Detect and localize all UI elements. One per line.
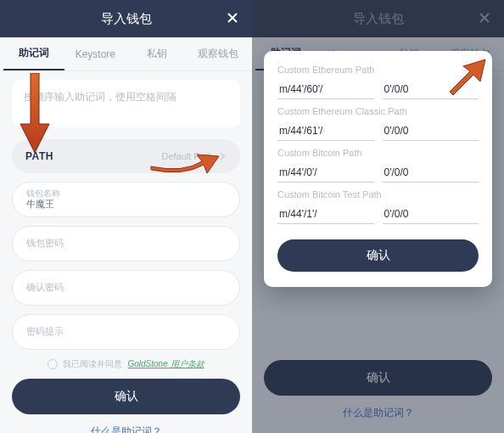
path-suffix-input[interactable]: 0'/0/0 (383, 120, 479, 141)
terms-text: 我已阅读并同意 (63, 358, 122, 370)
terms-row: 我已阅读并同意 GoldStone 用户条款 (12, 358, 240, 370)
path-suffix-input[interactable]: 0'/0/0 (383, 161, 479, 183)
mnemonic-placeholder: 按顺序输入助记词，使用空格间隔 (24, 91, 176, 103)
chevron-right-icon (218, 152, 227, 160)
path-prefix-input[interactable]: m/44'/60'/ (277, 78, 374, 99)
path-group-row: m/44'/61'/ 0'/0/0 (277, 120, 479, 141)
password-hint-label: 密码提示 (26, 326, 226, 337)
password-hint-field[interactable]: 密码提示 (12, 314, 240, 350)
path-suffix-input[interactable]: 0'/0/0 (383, 78, 479, 99)
form-content: 按顺序输入助记词，使用空格间隔 PATH Default Path 钱包名称 牛… (0, 71, 252, 433)
path-group-label: Custom Ethereum Classic Path (277, 106, 479, 116)
right-screen: 导入钱包 助记词 Keystore 私钥 观察钱包 确认 什么是助记词？ Cus… (252, 0, 504, 433)
tab-watch[interactable]: 观察钱包 (188, 38, 249, 70)
close-button[interactable] (221, 7, 244, 29)
help-link[interactable]: 什么是助记词？ (12, 425, 240, 433)
confirm-password-label: 确认密码 (26, 282, 226, 293)
wallet-name-label: 钱包名称 (26, 188, 226, 199)
wallet-password-field[interactable]: 钱包密码 (12, 226, 240, 261)
path-group-row: m/44'/60'/ 0'/0/0 (277, 78, 479, 99)
left-screen: 导入钱包 助记词 Keystore 私钥 观察钱包 按顺序输入助记词，使用空格间… (0, 0, 252, 433)
close-icon (226, 11, 239, 25)
path-prefix-input[interactable]: m/44'/61'/ (277, 120, 374, 141)
modal-confirm-button[interactable]: 确认 (277, 239, 479, 272)
header-title: 导入钱包 (101, 11, 152, 27)
path-modal: Custom Ethereum Path m/44'/60'/ 0'/0/0 C… (264, 51, 492, 287)
terms-link[interactable]: GoldStone 用户条款 (127, 358, 204, 370)
path-group-label: Custom Bitcoin Path (277, 148, 479, 158)
header-title-dim: 导入钱包 (353, 11, 404, 27)
terms-checkbox[interactable] (48, 359, 58, 369)
tab-keystore[interactable]: Keystore (64, 40, 126, 69)
path-suffix-input[interactable]: 0'/0/0 (383, 203, 479, 224)
path-prefix-input[interactable]: m/44'/0'/ (277, 161, 374, 183)
tab-privatekey[interactable]: 私钥 (126, 38, 188, 70)
mnemonic-input[interactable]: 按顺序输入助记词，使用空格间隔 (12, 80, 240, 127)
path-group-row: m/44'/0'/ 0'/0/0 (277, 161, 479, 183)
close-icon (478, 11, 491, 25)
tab-mnemonic[interactable]: 助记词 (3, 37, 64, 70)
wallet-name-field[interactable]: 钱包名称 牛魔王 (12, 182, 240, 217)
path-prefix-input[interactable]: m/44'/1'/ (277, 203, 374, 224)
close-button-dim[interactable] (473, 7, 496, 29)
path-group-label: Custom Bitcoin Test Path (277, 189, 479, 200)
tab-bar: 助记词 Keystore 私钥 观察钱包 (0, 37, 252, 71)
path-group-row: m/44'/1'/ 0'/0/0 (277, 203, 479, 224)
path-default-text: Default Path (161, 151, 213, 161)
help-link-dim: 什么是助记词？ (264, 406, 492, 420)
header-bar: 导入钱包 (0, 0, 252, 37)
path-label: PATH (25, 150, 53, 162)
confirm-button[interactable]: 确认 (12, 379, 240, 414)
header-bar-dim: 导入钱包 (252, 0, 504, 37)
wallet-name-value: 牛魔王 (26, 199, 226, 210)
path-row[interactable]: PATH Default Path (12, 139, 240, 173)
path-group-label: Custom Ethereum Path (277, 65, 479, 75)
confirm-password-field[interactable]: 确认密码 (12, 270, 240, 306)
confirm-button-dim: 确认 (264, 360, 492, 396)
path-default: Default Path (161, 151, 227, 161)
wallet-password-label: 钱包密码 (26, 238, 226, 249)
